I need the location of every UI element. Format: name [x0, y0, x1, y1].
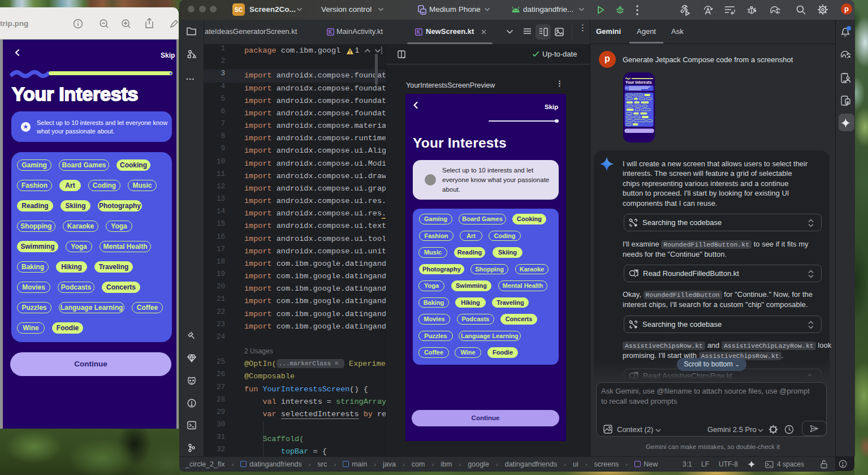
svg-text:Your Interests: Your Interests: [625, 80, 652, 84]
